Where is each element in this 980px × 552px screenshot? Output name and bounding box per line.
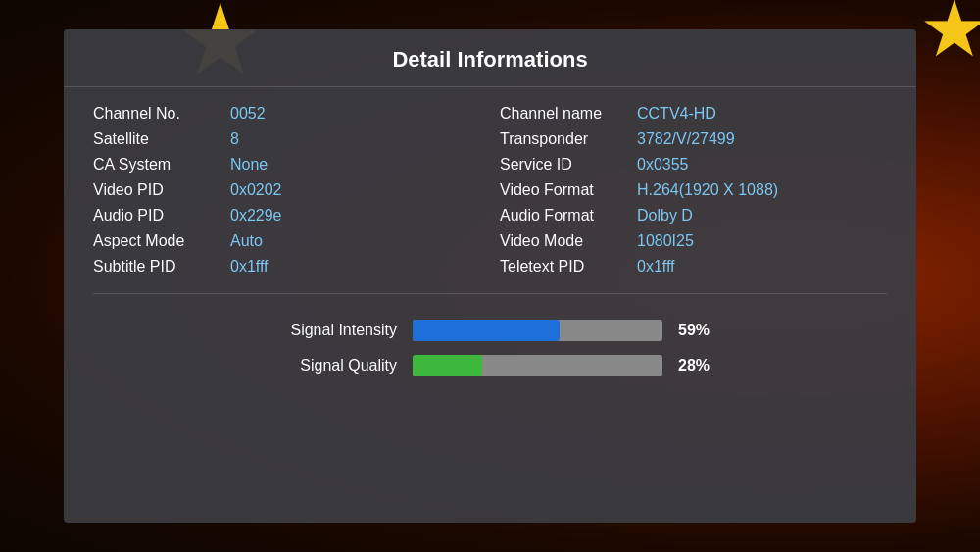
signal-intensity-bar-bg — [413, 320, 662, 341]
info-value: 0052 — [230, 105, 266, 123]
info-row-right-3: Video FormatH.264(1920 X 1088) — [500, 181, 887, 199]
info-value: None — [230, 156, 268, 174]
info-label: Aspect Mode — [93, 232, 230, 250]
signal-quality-row: Signal Quality 28% — [255, 355, 725, 376]
signal-intensity-label: Signal Intensity — [255, 322, 397, 339]
signal-intensity-bar-fill — [413, 320, 560, 341]
divider — [93, 293, 887, 294]
info-value: 0x0202 — [230, 181, 282, 199]
info-row-right-1: Transponder3782/V/27499 — [500, 130, 887, 148]
signal-intensity-pct: 59% — [678, 322, 725, 339]
info-row-left-1: Satellite8 — [93, 130, 480, 148]
info-label: Transponder — [500, 130, 637, 148]
info-row-left-3: Video PID0x0202 — [93, 181, 480, 199]
info-value: 0x1fff — [637, 258, 675, 276]
star-decoration-right: ★ — [919, 0, 980, 69]
info-value: CCTV4-HD — [637, 105, 716, 123]
signal-quality-bar-fill — [413, 355, 482, 376]
signal-quality-label: Signal Quality — [255, 357, 397, 375]
info-row-right-0: Channel nameCCTV4-HD — [500, 105, 887, 123]
info-value: H.264(1920 X 1088) — [637, 181, 778, 199]
signal-section: Signal Intensity 59% Signal Quality 28% — [64, 302, 916, 386]
info-label: Subtitle PID — [93, 258, 230, 276]
info-row-left-2: CA SystemNone — [93, 156, 480, 174]
info-value: 0x229e — [230, 207, 282, 225]
info-row-left-0: Channel No.0052 — [93, 105, 480, 123]
info-label: Satellite — [93, 130, 230, 148]
info-value: 8 — [230, 130, 239, 148]
signal-quality-bar-bg — [413, 355, 662, 376]
info-label: Video PID — [93, 181, 230, 199]
info-row-right-6: Teletext PID0x1fff — [500, 258, 887, 276]
dialog-title: Detail Informations — [64, 29, 916, 87]
info-label: Channel name — [500, 105, 637, 123]
info-row-right-4: Audio FormatDolby D — [500, 207, 887, 225]
signal-intensity-row: Signal Intensity 59% — [255, 320, 725, 341]
info-label: Channel No. — [93, 105, 230, 123]
info-label: Teletext PID — [500, 258, 637, 276]
info-row-left-5: Aspect ModeAuto — [93, 232, 480, 250]
info-row-right-2: Service ID0x0355 — [500, 156, 887, 174]
info-value: 0x0355 — [637, 156, 689, 174]
info-label: Audio PID — [93, 207, 230, 225]
info-value: 0x1fff — [230, 258, 269, 276]
info-row-left-4: Audio PID0x229e — [93, 207, 480, 225]
info-grid: Channel No.0052Channel nameCCTV4-HDSatel… — [64, 87, 916, 285]
info-value: Auto — [230, 232, 263, 250]
info-row-right-5: Video Mode1080I25 — [500, 232, 887, 250]
signal-quality-pct: 28% — [678, 357, 725, 375]
info-label: Audio Format — [500, 207, 637, 225]
info-row-left-6: Subtitle PID0x1fff — [93, 258, 480, 276]
info-label: Service ID — [500, 156, 637, 174]
info-label: Video Format — [500, 181, 637, 199]
info-label: CA System — [93, 156, 230, 174]
info-value: 3782/V/27499 — [637, 130, 735, 148]
detail-dialog: Detail Informations Channel No.0052Chann… — [64, 29, 916, 523]
info-label: Video Mode — [500, 232, 637, 250]
info-value: Dolby D — [637, 207, 693, 225]
info-value: 1080I25 — [637, 232, 694, 250]
